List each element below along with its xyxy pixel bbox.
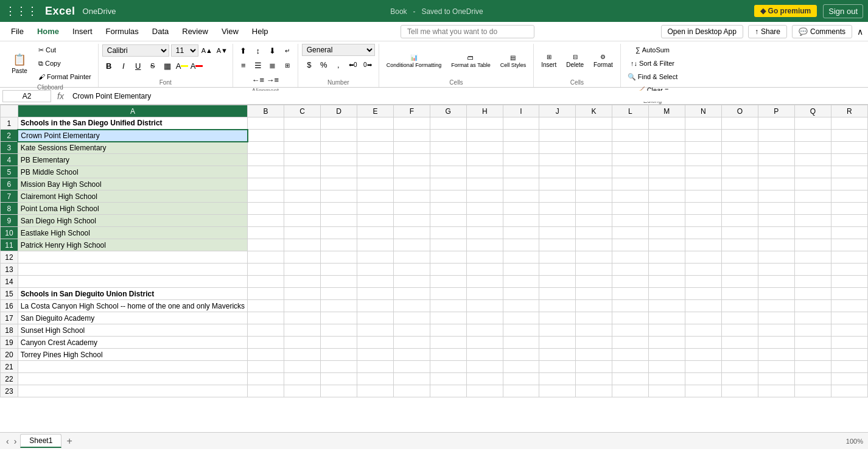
cell-F13[interactable] [393, 264, 430, 276]
cell-R21[interactable] [831, 361, 867, 373]
cell-O12[interactable] [721, 251, 758, 264]
cell-A21[interactable] [18, 361, 247, 373]
align-middle-button[interactable]: ↕ [251, 44, 265, 57]
cell-B6[interactable] [248, 178, 284, 190]
cell-E13[interactable] [357, 264, 393, 276]
cell-J16[interactable] [539, 300, 576, 312]
cell-P7[interactable] [758, 190, 794, 203]
cell-O19[interactable] [721, 337, 758, 349]
col-header-a[interactable]: A [18, 105, 247, 117]
conditional-formatting-button[interactable]: 📊 Conditional Formatting [383, 44, 446, 78]
cell-F5[interactable] [393, 166, 430, 178]
cell-L10[interactable] [612, 227, 648, 239]
cell-P23[interactable] [758, 385, 794, 397]
row-header-19[interactable]: 19 [1, 337, 18, 349]
col-header-h[interactable]: H [466, 105, 503, 117]
cell-E14[interactable] [357, 276, 393, 288]
cell-R5[interactable] [831, 166, 867, 178]
cell-I18[interactable] [503, 324, 539, 337]
cell-N12[interactable] [685, 251, 721, 264]
cell-K21[interactable] [576, 361, 612, 373]
menu-view[interactable]: View [215, 24, 245, 38]
cell-D21[interactable] [320, 361, 357, 373]
cell-B14[interactable] [248, 276, 284, 288]
cell-J12[interactable] [539, 251, 576, 264]
cell-O20[interactable] [721, 349, 758, 361]
sheet-tab-sheet1[interactable]: Sheet1 [20, 434, 61, 448]
increase-indent-button[interactable]: →≡ [266, 73, 279, 86]
cell-O13[interactable] [721, 264, 758, 276]
find-select-button[interactable]: 🔍 Find & Select [625, 71, 681, 83]
cell-M1[interactable] [648, 117, 685, 130]
number-format-select[interactable]: General [302, 44, 375, 56]
cell-N16[interactable] [685, 300, 721, 312]
col-header-c[interactable]: C [284, 105, 320, 117]
increase-decimal-button[interactable]: 0➡ [361, 58, 374, 71]
cell-P13[interactable] [758, 264, 794, 276]
sheet-nav-prev[interactable]: ‹ [5, 436, 10, 446]
cell-J18[interactable] [539, 324, 576, 337]
cell-K11[interactable] [576, 239, 612, 251]
cell-H15[interactable] [466, 288, 503, 300]
cell-M7[interactable] [648, 190, 685, 203]
cell-G5[interactable] [430, 166, 466, 178]
cell-I11[interactable] [503, 239, 539, 251]
cell-R22[interactable] [831, 373, 867, 385]
cell-N13[interactable] [685, 264, 721, 276]
cell-B12[interactable] [248, 251, 284, 264]
cell-G14[interactable] [430, 276, 466, 288]
currency-button[interactable]: $ [303, 58, 316, 71]
cell-N7[interactable] [685, 190, 721, 203]
cell-L20[interactable] [612, 349, 648, 361]
cell-N5[interactable] [685, 166, 721, 178]
cell-P6[interactable] [758, 178, 794, 190]
cell-O7[interactable] [721, 190, 758, 203]
cell-Q16[interactable] [794, 300, 831, 312]
cell-C5[interactable] [284, 166, 320, 178]
strikethrough-button[interactable]: S [146, 59, 159, 72]
cell-G21[interactable] [430, 361, 466, 373]
cell-R23[interactable] [831, 385, 867, 397]
cell-D12[interactable] [320, 251, 357, 264]
col-header-m[interactable]: M [648, 105, 685, 117]
cell-L6[interactable] [612, 178, 648, 190]
cell-R8[interactable] [831, 203, 867, 215]
cell-R3[interactable] [831, 142, 867, 154]
cell-O5[interactable] [721, 166, 758, 178]
cell-A13[interactable] [18, 264, 247, 276]
cell-O2[interactable] [721, 130, 758, 142]
cell-M6[interactable] [648, 178, 685, 190]
cell-R17[interactable] [831, 312, 867, 324]
cell-B5[interactable] [248, 166, 284, 178]
cell-N23[interactable] [685, 385, 721, 397]
cell-J14[interactable] [539, 276, 576, 288]
col-header-b[interactable]: B [248, 105, 284, 117]
cell-O22[interactable] [721, 373, 758, 385]
cell-M9[interactable] [648, 215, 685, 227]
cell-D15[interactable] [320, 288, 357, 300]
cell-L9[interactable] [612, 215, 648, 227]
cell-D3[interactable] [320, 142, 357, 154]
cell-G23[interactable] [430, 385, 466, 397]
cell-B17[interactable] [248, 312, 284, 324]
cell-P9[interactable] [758, 215, 794, 227]
cell-K9[interactable] [576, 215, 612, 227]
row-header-2[interactable]: 2 [1, 130, 18, 142]
cell-N8[interactable] [685, 203, 721, 215]
cell-J2[interactable] [539, 130, 576, 142]
cell-G1[interactable] [430, 117, 466, 130]
cell-G19[interactable] [430, 337, 466, 349]
cell-B11[interactable] [248, 239, 284, 251]
cell-J20[interactable] [539, 349, 576, 361]
cell-L14[interactable] [612, 276, 648, 288]
cell-P16[interactable] [758, 300, 794, 312]
cell-H10[interactable] [466, 227, 503, 239]
cell-J8[interactable] [539, 203, 576, 215]
cell-K3[interactable] [576, 142, 612, 154]
cell-K2[interactable] [576, 130, 612, 142]
cell-Q12[interactable] [794, 251, 831, 264]
col-header-o[interactable]: O [721, 105, 758, 117]
cell-P8[interactable] [758, 203, 794, 215]
cell-B23[interactable] [248, 385, 284, 397]
cell-B22[interactable] [248, 373, 284, 385]
